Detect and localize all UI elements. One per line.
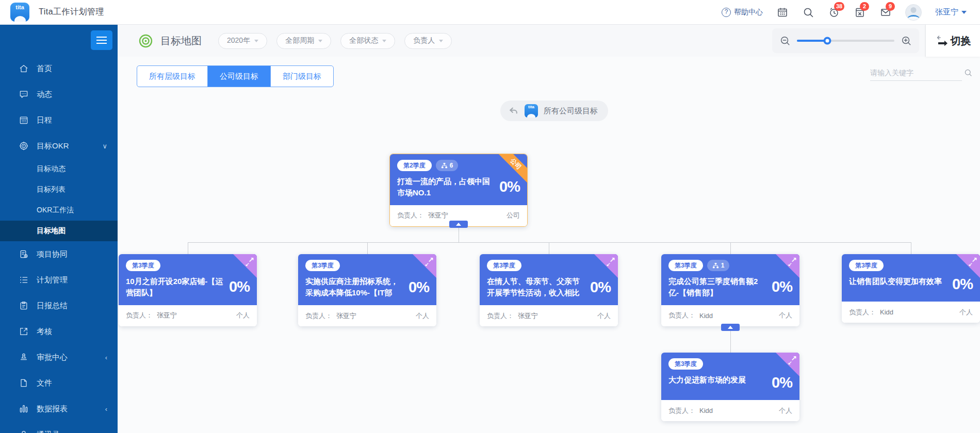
tabs-row: 所有层级目标 公司级目标 部门级目标 xyxy=(118,57,980,94)
owner-name[interactable]: Kidd xyxy=(699,407,713,414)
help-center-link[interactable]: ? 帮助中心 xyxy=(722,8,763,17)
switch-view-button[interactable]: 切换 xyxy=(925,25,980,57)
owner-name[interactable]: 张亚宁 xyxy=(157,311,177,320)
owner-name[interactable]: Kidd xyxy=(880,308,893,316)
owner-name[interactable]: Kidd xyxy=(699,312,713,320)
sidebar-item-contacts[interactable]: 通讯录 xyxy=(0,422,118,433)
sidebar-item-label: 文件 xyxy=(37,378,52,388)
calendar-icon[interactable] xyxy=(776,6,789,19)
goal-map-canvas: tita 所有公司级目标 公司 第2季度 6 xyxy=(118,94,980,433)
tita-mini-icon: tita xyxy=(525,104,538,118)
scope-label: 个人 xyxy=(416,311,429,321)
user-menu[interactable]: 张亚宁 xyxy=(935,7,967,17)
okr-card-root[interactable]: 公司 第2季度 6 打造一流的产品，占领中国市场NO.1 0% 负责人： xyxy=(389,154,528,227)
header-actions: ? 帮助中心 38 2 9 xyxy=(722,4,980,21)
filter-owner[interactable]: 负责人 xyxy=(404,33,452,49)
assessment-icon xyxy=(19,326,29,337)
connector-line xyxy=(367,242,368,254)
sidebar-subitem-okr-feed[interactable]: 目标动态 xyxy=(0,159,118,179)
zoom-slider-fill xyxy=(797,40,827,42)
owner-name[interactable]: 张亚宁 xyxy=(518,311,538,321)
connector-line xyxy=(188,242,911,243)
page-toolbar: 目标地图 2020年 全部周期 全部状态 负责人 xyxy=(118,25,980,57)
owner-label: 负责人： xyxy=(668,311,695,320)
zoom-out-icon[interactable] xyxy=(779,35,791,46)
collapse-children-button[interactable] xyxy=(449,221,468,228)
sidebar-item-label: 计划管理 xyxy=(37,275,68,285)
stamp-icon xyxy=(19,352,29,362)
chat-icon xyxy=(19,89,29,99)
sidebar-item-schedule[interactable]: 日程 xyxy=(0,107,118,133)
objective-title[interactable]: 让销售团队变得更加有效率 xyxy=(849,276,947,293)
okr-card-grandchild[interactable]: ↗↙ 第3季度 大力促进新市场的发展 0% 负责人： Kidd 个人 xyxy=(661,353,799,421)
top-header: tita Tita工作计划管理 ? 帮助中心 38 2 xyxy=(0,0,980,25)
goal-map-icon xyxy=(138,34,153,48)
sidebar-item-label: 考核 xyxy=(37,327,52,337)
sidebar-item-assessment[interactable]: 考核 xyxy=(0,319,118,344)
okr-card-child-3[interactable]: ↗↙ 第3季度 在情人节、母亲节、父亲节开展季节性活动，收入相比去年 0% 负责… xyxy=(480,254,618,326)
sidebar-item-files[interactable]: 文件 xyxy=(0,370,118,396)
connector-line xyxy=(730,242,731,254)
tab-department-level[interactable]: 部门级目标 xyxy=(270,66,333,87)
zoom-slider-track[interactable] xyxy=(797,40,894,42)
sidebar-subitem-okr-method[interactable]: OKR工作法 xyxy=(0,200,118,221)
filter-bar: 2020年 全部周期 全部状态 负责人 xyxy=(218,33,452,49)
chevron-expand-icon: ∨ xyxy=(102,142,107,150)
zoom-in-icon[interactable] xyxy=(901,35,912,46)
owner-name[interactable]: 张亚宁 xyxy=(336,311,356,321)
collapse-arrow-icon xyxy=(728,326,733,329)
progress-value: 0% xyxy=(409,279,429,296)
switch-arrows-icon xyxy=(935,35,949,46)
caret-icon xyxy=(439,40,443,42)
okr-card-child-4[interactable]: ↗↙ 第3季度 1 完成公司第三季度销售额2亿-【销售部】 0% 负责人： xyxy=(661,254,799,326)
search-input[interactable] xyxy=(870,69,963,77)
objective-title[interactable]: 10月之前开设20家店铺-【运营团队】 xyxy=(126,276,224,298)
sidebar-item-okr[interactable]: 目标OKR ∨ xyxy=(0,133,118,159)
objective-title[interactable]: 大力促进新市场的发展 xyxy=(668,374,766,391)
sidebar-item-plans[interactable]: 计划管理 xyxy=(0,267,118,293)
list-icon xyxy=(19,275,29,285)
mail-icon[interactable]: 9 xyxy=(879,6,892,19)
sidebar-item-projects[interactable]: 项目协同 xyxy=(0,241,118,267)
user-avatar[interactable] xyxy=(905,4,922,21)
objective-title[interactable]: 在情人节、母亲节、父亲节开展季节性活动，收入相比去年 xyxy=(487,276,585,298)
sidebar-item-reports[interactable]: 数据报表 ‹ xyxy=(0,396,118,422)
search-icon[interactable] xyxy=(802,6,814,19)
sidebar-subitem-okr-map[interactable]: 目标地图 xyxy=(0,221,118,241)
collapse-children-button[interactable] xyxy=(721,324,740,331)
filter-year[interactable]: 2020年 xyxy=(218,33,267,49)
objective-title[interactable]: 打造一流的产品，占领中国市场NO.1 xyxy=(397,176,494,198)
tab-all-levels[interactable]: 所有层级目标 xyxy=(137,66,207,87)
objective-title[interactable]: 实施供应商注册招标系统，采购成本降低10%-【IT部门】 xyxy=(305,276,403,298)
filter-status[interactable]: 全部状态 xyxy=(340,33,395,49)
okr-card-child-5[interactable]: ↗↙ 第3季度 让销售团队变得更加有效率 0% 负责人： Kidd 个人 xyxy=(842,254,980,323)
sidebar-item-label: 日报总结 xyxy=(37,301,68,311)
quarter-badge: 第3季度 xyxy=(126,260,160,271)
connector-line xyxy=(188,242,188,254)
owner-name[interactable]: 张亚宁 xyxy=(428,211,448,220)
sidebar-item-daily-report[interactable]: 日报总结 xyxy=(0,293,118,319)
objective-title[interactable]: 完成公司第三季度销售额2亿-【销售部】 xyxy=(668,276,766,298)
chevron-collapsed-icon: ‹ xyxy=(105,354,107,361)
sidebar-item-approval[interactable]: 审批中心 ‹ xyxy=(0,344,118,370)
okr-card-child-2[interactable]: ↗↙ 第3季度 实施供应商注册招标系统，采购成本降低10%-【IT部门】 0% … xyxy=(298,254,436,326)
owner-label: 负责人： xyxy=(397,211,424,220)
sidebar-item-label: 动态 xyxy=(37,90,52,99)
search-icon[interactable] xyxy=(963,68,973,77)
sidebar-menu: 首页 动态 日程 目标OKR ∨ 目标动态 目标列表 OKR工作法 目标地图 xyxy=(0,25,118,433)
sidebar-item-home[interactable]: 首页 xyxy=(0,56,118,81)
map-breadcrumb-back[interactable]: tita 所有公司级目标 xyxy=(500,101,608,121)
collapse-arrow-icon xyxy=(456,223,461,226)
sidebar-item-feed[interactable]: 动态 xyxy=(0,81,118,107)
sidebar-subitem-okr-list[interactable]: 目标列表 xyxy=(0,179,118,200)
collapse-menu-button[interactable] xyxy=(91,30,112,50)
chevron-collapsed-icon: ‹ xyxy=(105,405,107,413)
tab-company-level[interactable]: 公司级目标 xyxy=(207,66,270,87)
org-icon xyxy=(441,162,448,169)
reminder-icon[interactable]: 38 xyxy=(828,6,840,19)
filter-cycle[interactable]: 全部周期 xyxy=(276,33,331,49)
okr-card-child-1[interactable]: ↗↙ 第3季度 10月之前开设20家店铺-【运营团队】 0% 负责人： 张亚宁 … xyxy=(119,254,257,326)
owner-label: 负责人： xyxy=(487,311,514,321)
todo-icon[interactable]: 2 xyxy=(854,6,866,19)
zoom-slider-handle[interactable] xyxy=(823,37,831,45)
